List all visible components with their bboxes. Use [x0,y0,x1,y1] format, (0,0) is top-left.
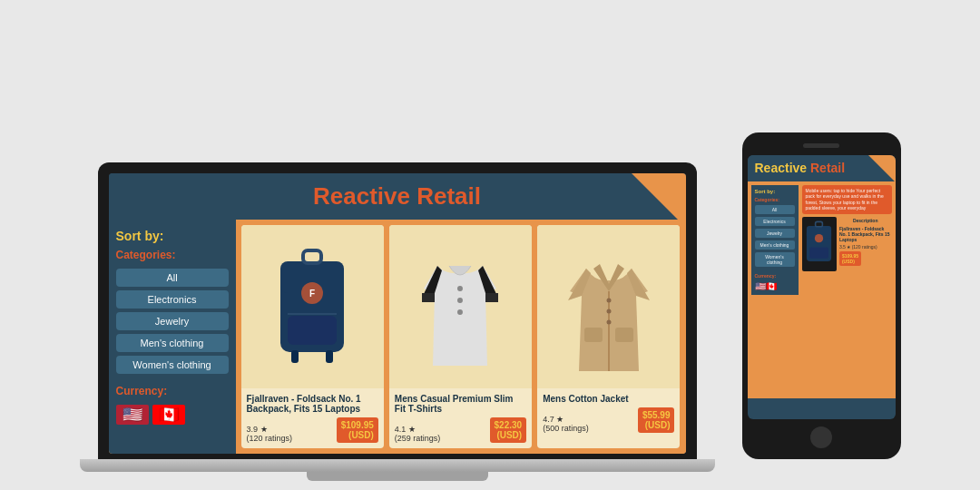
phone-tooltip: Mobile users: tap to hide Your perfect p… [802,185,892,214]
category-jewelry-button[interactable]: Jewelry [116,312,229,330]
phone-desc-badge: Description [839,217,892,224]
phone-product-mini: Description Fjallraven - Foldsack No. 1 … [802,217,892,271]
title-accent: Retail [416,182,481,210]
product-card-backpack[interactable]: F Fjallraven - Foldsack No. 1 Backpack, … [241,225,384,448]
product-meta-backpack: 3.9 ★ (120 ratings) $109.95 (USD) [247,417,378,443]
product-price-backpack: $109.95 (USD) [337,417,378,443]
products-area: F Fjallraven - Foldsack No. 1 Backpack, … [236,220,686,454]
product-card-jacket[interactable]: Mens Cotton Jacket 4.7 ★ (500 ratings) [537,225,680,448]
phone-categories-label: Categories: [755,197,795,202]
phone-btn-electronics[interactable]: Electronics [755,217,795,226]
app-title: Reactive Retail [313,182,481,211]
phone-btn-jewelry[interactable]: Jewelry [755,229,795,238]
laptop-base [80,459,715,472]
phone-screen: Reactive Retail Sort by: Categories: All… [748,155,896,419]
product-price-shirt: $22.30 (USD) [490,417,527,443]
phone-product-image-mini [802,217,837,271]
phone-flags: 🇺🇸🇨🇦 [755,281,795,291]
phone-sort-label: Sort by: [755,189,795,194]
flag-ca[interactable] [152,405,185,425]
phone-home-button[interactable] [810,426,832,448]
svg-rect-14 [615,328,633,342]
shirt-svg [415,239,505,375]
phone-mockup: Reactive Retail Sort by: Categories: All… [742,132,901,459]
product-rating-backpack: 3.9 ★ (120 ratings) [247,425,293,443]
laptop-screen-inner: Reactive Retail Sort by: Categories: All… [109,173,686,454]
phone-btn-womens[interactable]: Women's clothing [755,252,795,267]
svg-rect-2 [303,250,321,263]
backpack-svg: F [271,243,353,370]
product-image-jacket [537,225,680,388]
laptop-mockup: Reactive Retail Sort by: Categories: All… [80,162,715,481]
svg-rect-20 [816,222,823,227]
svg-rect-3 [288,316,337,345]
phone-title-accent: Retail [810,161,845,175]
title-plain: Reactive [313,182,416,210]
flag-us[interactable] [116,405,149,425]
svg-point-16 [606,309,611,313]
phone-speaker [803,143,839,148]
svg-point-9 [457,286,463,291]
product-card-shirt[interactable]: Mens Casual Premium Slim Fit T-Shirts 4.… [389,225,532,448]
svg-rect-13 [584,328,603,342]
svg-point-10 [457,298,463,303]
phone-app-title: Reactive Retail [755,161,888,176]
app-body: Sort by: Categories: All Electronics Jew… [109,220,686,454]
currency-label: Currency: [116,385,229,397]
category-womens-button[interactable]: Women's clothing [116,356,229,374]
phone-top-area: Sort by: Categories: All Electronics Jew… [748,181,896,299]
phone-rating-mini: 3.5 ★ (120 ratings) [839,244,892,250]
product-price-jacket: $55.99 (USD) [638,407,675,433]
phone-product-info-mini: Description Fjallraven - Foldsack No. 1 … [839,217,892,271]
svg-point-15 [606,298,611,302]
laptop-screen-outer: Reactive Retail Sort by: Categories: All… [98,162,697,459]
product-name-shirt: Mens Casual Premium Slim Fit T-Shirts [395,394,526,414]
product-info-shirt: Mens Casual Premium Slim Fit T-Shirts 4.… [389,388,532,448]
laptop-stand [307,472,488,481]
product-image-backpack: F [241,225,384,388]
phone-btn-all[interactable]: All [755,205,795,214]
product-meta-jacket: 4.7 ★ (500 ratings) $55.99 (USD) [543,407,674,433]
phone-product-name-mini: Fjallraven - Foldsack No. 1 Backpack, Fi… [839,226,892,242]
product-rating-jacket: 4.7 ★ (500 ratings) [543,415,589,433]
categories-label: Categories: [116,249,229,261]
product-rating-shirt: 4.1 ★ (259 ratings) [395,425,441,443]
phone-currency-label: Currency: [755,273,795,279]
svg-rect-6 [291,350,299,363]
svg-point-22 [815,234,823,242]
sort-label: Sort by: [116,229,229,243]
svg-rect-7 [326,350,333,363]
product-info-jacket: Mens Cotton Jacket 4.7 ★ (500 ratings) [537,388,680,448]
product-image-shirt [389,225,532,388]
product-name-backpack: Fjallraven - Foldsack No. 1 Backpack, Fi… [247,394,378,414]
svg-rect-21 [809,248,828,259]
phone-btn-mens[interactable]: Men's clothing [755,240,795,250]
app-header: Reactive Retail [109,173,686,220]
currency-flags [116,405,229,425]
svg-point-11 [457,309,463,315]
jacket-svg [559,237,659,377]
sidebar: Sort by: Categories: All Electronics Jew… [109,220,236,454]
phone-app-body: Sort by: Categories: All Electronics Jew… [748,181,896,398]
phone-backpack-icon [803,219,835,269]
product-name-jacket: Mens Cotton Jacket [543,394,674,404]
phone-app-header: Reactive Retail [748,155,896,181]
svg-text:F: F [309,289,315,299]
category-electronics-button[interactable]: Electronics [116,290,229,309]
phone-sidebar: Sort by: Categories: All Electronics Jew… [751,185,799,295]
phone-right: Mobile users: tap to hide Your perfect p… [802,185,892,295]
category-all-button[interactable]: All [116,269,229,287]
category-mens-button[interactable]: Men's clothing [116,334,229,352]
product-info-backpack: Fjallraven - Foldsack No. 1 Backpack, Fi… [241,388,384,448]
svg-point-17 [606,319,611,324]
phone-price-mini: $109.95(USD) [839,251,861,266]
product-meta-shirt: 4.1 ★ (259 ratings) $22.30 (USD) [395,417,526,443]
